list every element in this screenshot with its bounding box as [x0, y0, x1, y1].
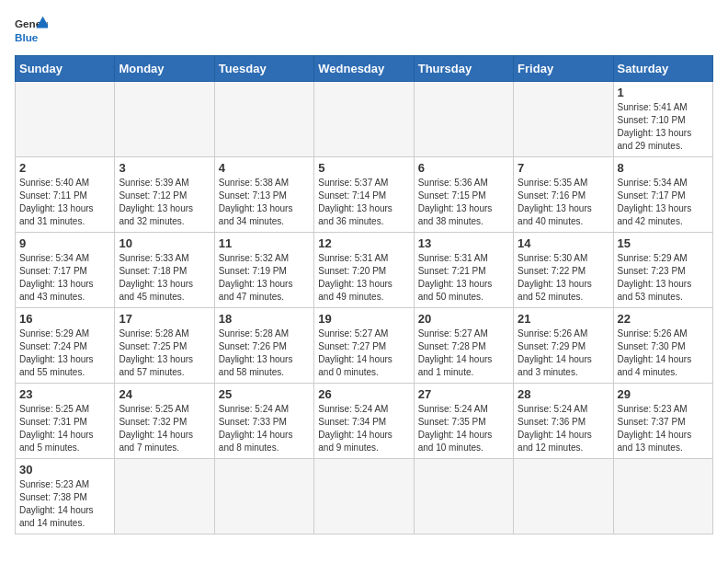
day-info: Sunrise: 5:24 AM Sunset: 7:34 PM Dayligh… [318, 403, 409, 454]
day-info: Sunrise: 5:24 AM Sunset: 7:33 PM Dayligh… [219, 403, 310, 454]
header-friday: Friday [514, 56, 613, 82]
header-sunday: Sunday [16, 56, 115, 82]
day-number: 12 [318, 236, 409, 250]
day-number: 19 [318, 312, 409, 326]
day-number: 15 [618, 236, 709, 250]
calendar-cell: 4Sunrise: 5:38 AM Sunset: 7:13 PM Daylig… [214, 157, 313, 233]
calendar-cell: 13Sunrise: 5:31 AM Sunset: 7:21 PM Dayli… [414, 233, 513, 308]
day-info: Sunrise: 5:31 AM Sunset: 7:21 PM Dayligh… [418, 252, 509, 304]
week-row-1: 1Sunrise: 5:41 AM Sunset: 7:10 PM Daylig… [16, 82, 713, 157]
calendar-cell: 23Sunrise: 5:25 AM Sunset: 7:31 PM Dayli… [16, 384, 115, 459]
calendar-cell: 17Sunrise: 5:28 AM Sunset: 7:25 PM Dayli… [115, 308, 214, 384]
day-info: Sunrise: 5:37 AM Sunset: 7:14 PM Dayligh… [318, 177, 409, 228]
day-info: Sunrise: 5:38 AM Sunset: 7:13 PM Dayligh… [219, 177, 310, 228]
day-info: Sunrise: 5:41 AM Sunset: 7:10 PM Dayligh… [618, 101, 709, 153]
calendar-cell: 26Sunrise: 5:24 AM Sunset: 7:34 PM Dayli… [314, 384, 414, 459]
day-info: Sunrise: 5:26 AM Sunset: 7:30 PM Dayligh… [618, 327, 709, 379]
calendar-cell: 5Sunrise: 5:37 AM Sunset: 7:14 PM Daylig… [314, 157, 414, 233]
day-info: Sunrise: 5:35 AM Sunset: 7:16 PM Dayligh… [518, 177, 609, 228]
day-number: 17 [119, 312, 210, 326]
day-number: 29 [618, 387, 709, 401]
header-wednesday: Wednesday [314, 56, 414, 82]
day-info: Sunrise: 5:28 AM Sunset: 7:26 PM Dayligh… [219, 327, 310, 379]
calendar-cell: 20Sunrise: 5:27 AM Sunset: 7:28 PM Dayli… [414, 308, 513, 384]
calendar-cell: 29Sunrise: 5:23 AM Sunset: 7:37 PM Dayli… [613, 384, 712, 459]
calendar-cell: 21Sunrise: 5:26 AM Sunset: 7:29 PM Dayli… [514, 308, 613, 384]
calendar-cell: 19Sunrise: 5:27 AM Sunset: 7:27 PM Dayli… [314, 308, 414, 384]
calendar-cell: 18Sunrise: 5:28 AM Sunset: 7:26 PM Dayli… [214, 308, 313, 384]
day-info: Sunrise: 5:39 AM Sunset: 7:12 PM Dayligh… [119, 177, 210, 228]
calendar-cell [214, 459, 313, 534]
day-number: 18 [219, 312, 310, 326]
day-number: 16 [19, 312, 110, 326]
day-number: 30 [19, 463, 110, 477]
week-row-5: 23Sunrise: 5:25 AM Sunset: 7:31 PM Dayli… [16, 384, 713, 459]
day-number: 8 [618, 161, 709, 175]
calendar-cell: 25Sunrise: 5:24 AM Sunset: 7:33 PM Dayli… [214, 384, 313, 459]
calendar-cell [115, 459, 214, 534]
svg-text:Blue: Blue [15, 31, 39, 43]
day-info: Sunrise: 5:24 AM Sunset: 7:35 PM Dayligh… [418, 403, 509, 454]
day-number: 27 [418, 387, 509, 401]
day-info: Sunrise: 5:23 AM Sunset: 7:38 PM Dayligh… [19, 478, 110, 530]
calendar-cell [514, 459, 613, 534]
calendar-body: 1Sunrise: 5:41 AM Sunset: 7:10 PM Daylig… [16, 82, 713, 534]
calendar-cell: 11Sunrise: 5:32 AM Sunset: 7:19 PM Dayli… [214, 233, 313, 308]
calendar-cell [613, 459, 712, 534]
day-info: Sunrise: 5:25 AM Sunset: 7:32 PM Dayligh… [119, 403, 210, 454]
day-info: Sunrise: 5:31 AM Sunset: 7:20 PM Dayligh… [318, 252, 409, 304]
day-number: 20 [418, 312, 509, 326]
day-number: 26 [318, 387, 409, 401]
calendar-table: Sunday Monday Tuesday Wednesday Thursday… [15, 55, 713, 534]
day-number: 23 [19, 387, 110, 401]
week-row-2: 2Sunrise: 5:40 AM Sunset: 7:11 PM Daylig… [16, 157, 713, 233]
day-number: 2 [19, 161, 110, 175]
header-monday: Monday [115, 56, 214, 82]
calendar-cell: 12Sunrise: 5:31 AM Sunset: 7:20 PM Dayli… [314, 233, 414, 308]
header-tuesday: Tuesday [214, 56, 313, 82]
calendar-cell [214, 82, 313, 157]
calendar-cell [314, 459, 414, 534]
calendar-cell: 14Sunrise: 5:30 AM Sunset: 7:22 PM Dayli… [514, 233, 613, 308]
day-info: Sunrise: 5:28 AM Sunset: 7:25 PM Dayligh… [119, 327, 210, 379]
day-info: Sunrise: 5:30 AM Sunset: 7:22 PM Dayligh… [518, 252, 609, 304]
header: General Blue [15, 15, 713, 48]
day-number: 5 [318, 161, 409, 175]
days-header-row: Sunday Monday Tuesday Wednesday Thursday… [16, 56, 713, 82]
day-number: 4 [219, 161, 310, 175]
day-info: Sunrise: 5:40 AM Sunset: 7:11 PM Dayligh… [19, 177, 110, 228]
day-number: 22 [618, 312, 709, 326]
calendar-cell: 7Sunrise: 5:35 AM Sunset: 7:16 PM Daylig… [514, 157, 613, 233]
calendar-cell: 15Sunrise: 5:29 AM Sunset: 7:23 PM Dayli… [613, 233, 712, 308]
day-info: Sunrise: 5:34 AM Sunset: 7:17 PM Dayligh… [19, 252, 110, 304]
calendar-cell: 16Sunrise: 5:29 AM Sunset: 7:24 PM Dayli… [16, 308, 115, 384]
logo-icon: General Blue [15, 15, 48, 48]
calendar-cell: 24Sunrise: 5:25 AM Sunset: 7:32 PM Dayli… [115, 384, 214, 459]
calendar-cell: 28Sunrise: 5:24 AM Sunset: 7:36 PM Dayli… [514, 384, 613, 459]
day-number: 10 [119, 236, 210, 250]
calendar-cell: 6Sunrise: 5:36 AM Sunset: 7:15 PM Daylig… [414, 157, 513, 233]
calendar-cell: 9Sunrise: 5:34 AM Sunset: 7:17 PM Daylig… [16, 233, 115, 308]
calendar-cell: 8Sunrise: 5:34 AM Sunset: 7:17 PM Daylig… [613, 157, 712, 233]
calendar-cell [16, 82, 115, 157]
day-info: Sunrise: 5:27 AM Sunset: 7:27 PM Dayligh… [318, 327, 409, 379]
day-info: Sunrise: 5:25 AM Sunset: 7:31 PM Dayligh… [19, 403, 110, 454]
calendar-cell [414, 459, 513, 534]
day-info: Sunrise: 5:32 AM Sunset: 7:19 PM Dayligh… [219, 252, 310, 304]
day-number: 11 [219, 236, 310, 250]
day-info: Sunrise: 5:29 AM Sunset: 7:24 PM Dayligh… [19, 327, 110, 379]
day-number: 24 [119, 387, 210, 401]
day-number: 28 [518, 387, 609, 401]
logo: General Blue [15, 15, 48, 48]
day-number: 3 [119, 161, 210, 175]
calendar-cell [514, 82, 613, 157]
header-thursday: Thursday [414, 56, 513, 82]
day-info: Sunrise: 5:34 AM Sunset: 7:17 PM Dayligh… [618, 177, 709, 228]
week-row-4: 16Sunrise: 5:29 AM Sunset: 7:24 PM Dayli… [16, 308, 713, 384]
calendar-cell: 30Sunrise: 5:23 AM Sunset: 7:38 PM Dayli… [16, 459, 115, 534]
day-info: Sunrise: 5:23 AM Sunset: 7:37 PM Dayligh… [618, 403, 709, 454]
day-number: 6 [418, 161, 509, 175]
day-info: Sunrise: 5:33 AM Sunset: 7:18 PM Dayligh… [119, 252, 210, 304]
week-row-3: 9Sunrise: 5:34 AM Sunset: 7:17 PM Daylig… [16, 233, 713, 308]
calendar-cell: 2Sunrise: 5:40 AM Sunset: 7:11 PM Daylig… [16, 157, 115, 233]
